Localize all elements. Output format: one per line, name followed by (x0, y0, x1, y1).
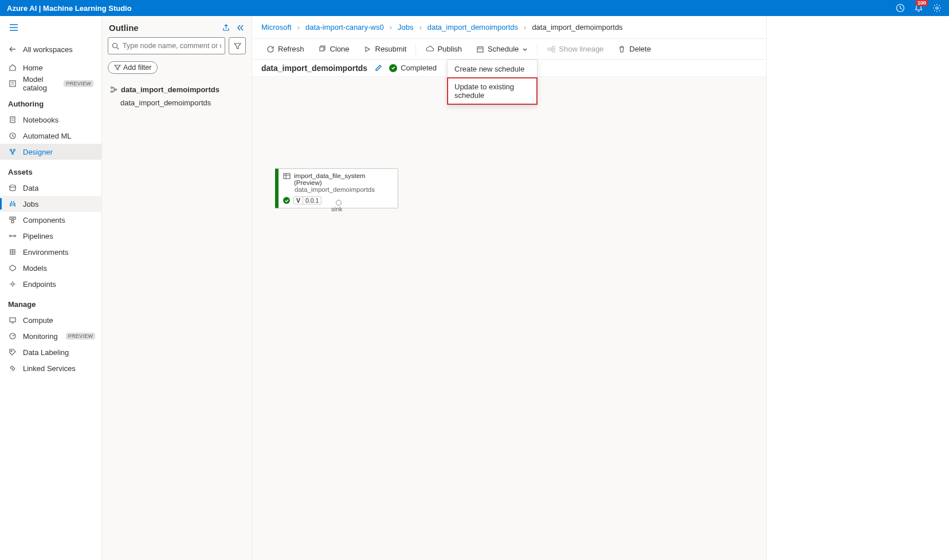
section-manage: Manage (0, 292, 101, 312)
sidebar-item-label: Endpoints (23, 280, 56, 289)
share-icon[interactable] (222, 23, 230, 32)
trash-icon (617, 45, 626, 53)
tree-child-label: data_import_demoimportds (120, 98, 211, 107)
bell-icon[interactable]: 100 (913, 3, 924, 13)
content: Microsoft › data-import-canary-ws0 › Job… (252, 16, 767, 560)
svg-point-15 (11, 283, 14, 285)
topbar: Azure AI | Machine Learning Studio 100 (0, 0, 949, 16)
svg-point-1 (936, 7, 938, 9)
notification-badge: 100 (915, 0, 928, 6)
sidebar-item-label: Monitoring (23, 332, 58, 341)
notebooks-icon (8, 115, 17, 124)
outline-search-input[interactable] (108, 37, 225, 54)
refresh-button[interactable]: Refresh (259, 39, 311, 60)
delete-button[interactable]: Delete (610, 39, 658, 60)
update-schedule-item[interactable]: Update to existing schedule (448, 78, 537, 104)
chevron-right-icon: › (390, 23, 392, 31)
sidebar-item-notebooks[interactable]: Notebooks (0, 112, 101, 128)
bc-job[interactable]: data_import_demoimportds (428, 23, 518, 31)
calendar-icon (476, 45, 484, 53)
chevron-down-icon (522, 46, 528, 52)
resubmit-label: Resubmit (375, 45, 407, 53)
svg-rect-16 (10, 318, 15, 322)
sidebar-item-monitoring[interactable]: Monitoring PREVIEW (0, 328, 101, 344)
svg-rect-9 (10, 217, 12, 219)
sidebar-item-label: Pipelines (23, 232, 53, 240)
svg-point-6 (14, 149, 15, 151)
svg-point-5 (10, 149, 12, 151)
svg-rect-11 (11, 220, 14, 223)
create-schedule-item[interactable]: Create new schedule (448, 60, 537, 78)
tree-root-label: data_import_demoimportds (121, 85, 219, 94)
catalog-icon (8, 79, 17, 88)
sidebar-item-pipelines[interactable]: Pipelines (0, 228, 101, 244)
sidebar-item-compute[interactable]: Compute (0, 312, 101, 328)
sidebar-item-data[interactable]: Data (0, 180, 101, 196)
show-lineage-label: Show lineage (559, 45, 603, 53)
schedule-label: Schedule (488, 45, 519, 53)
sidebar-item-label: Linked Services (23, 364, 76, 373)
all-workspaces-link[interactable]: All workspaces (0, 39, 101, 60)
sidebar-item-model-catalog[interactable]: Model catalog PREVIEW (0, 76, 101, 92)
sidebar-item-jobs[interactable]: Jobs (0, 196, 101, 212)
status-pill: Completed (389, 64, 437, 72)
chevron-right-icon: › (297, 23, 300, 31)
compute-icon (8, 316, 17, 325)
data-icon (8, 183, 17, 192)
output-port[interactable] (336, 200, 342, 206)
outline-search-field[interactable] (123, 42, 221, 50)
sidebar-item-label: Notebooks (23, 116, 58, 124)
sidebar-item-home[interactable]: Home (0, 60, 101, 76)
schedule-dropdown: Create new schedule Update to existing s… (447, 60, 538, 105)
sidebar-item-environments[interactable]: Environments (0, 244, 101, 260)
models-icon (8, 263, 17, 273)
monitoring-icon (8, 332, 17, 341)
svg-rect-25 (548, 48, 550, 50)
clone-button[interactable]: Clone (311, 39, 356, 60)
tree-child[interactable]: data_import_demoimportds (104, 96, 249, 109)
resubmit-button[interactable]: Resubmit (356, 39, 414, 60)
tree-root[interactable]: data_import_demoimportds (104, 83, 249, 96)
publish-label: Publish (437, 45, 462, 53)
svg-rect-10 (13, 217, 15, 219)
components-icon (8, 215, 17, 224)
bc-current: data_import_demoimportds (532, 23, 622, 31)
publish-button[interactable]: Publish (418, 39, 469, 60)
table-icon (283, 172, 291, 180)
sidebar-item-endpoints[interactable]: Endpoints (0, 276, 101, 292)
sidebar-item-models[interactable]: Models (0, 260, 101, 276)
hamburger-icon[interactable] (7, 21, 21, 34)
bc-workspace[interactable]: data-import-canary-ws0 (305, 23, 384, 31)
jobs-icon (8, 199, 17, 208)
sidebar-item-linked-services[interactable]: Linked Services (0, 360, 101, 376)
sidebar-item-automl[interactable]: Automated ML (0, 128, 101, 144)
add-filter-button[interactable]: Add filter (108, 61, 158, 74)
separator (537, 44, 538, 55)
clock-icon[interactable] (895, 3, 905, 13)
outline-tree: data_import_demoimportds data_import_dem… (102, 78, 252, 114)
link-icon (8, 364, 17, 373)
bc-jobs[interactable]: Jobs (398, 23, 413, 31)
canvas[interactable]: import_data_file_system (Preview) data_i… (252, 77, 766, 560)
main: All workspaces Home Model catalog PREVIE… (0, 16, 949, 560)
filter-icon[interactable] (229, 37, 246, 54)
toolbar: Refresh Clone Resubmit Publish Sche (252, 39, 766, 60)
collapse-icon[interactable] (236, 23, 245, 32)
chevron-right-icon: › (524, 23, 526, 31)
designer-icon (8, 147, 17, 156)
svg-rect-24 (477, 47, 483, 52)
gear-icon[interactable] (932, 3, 942, 13)
sidebar-item-designer[interactable]: Designer (0, 144, 101, 160)
sidebar-item-data-labeling[interactable]: Data Labeling (0, 344, 101, 360)
svg-rect-3 (10, 117, 15, 123)
svg-rect-28 (284, 173, 290, 179)
bc-microsoft[interactable]: Microsoft (261, 23, 292, 31)
svg-point-21 (111, 91, 113, 93)
play-icon (363, 45, 372, 53)
refresh-icon (266, 45, 274, 53)
sidebar-item-components[interactable]: Components (0, 212, 101, 228)
topbar-right: 100 (895, 3, 942, 13)
schedule-button[interactable]: Schedule (469, 39, 535, 60)
sidebar-item-label: Data (23, 184, 38, 192)
edit-icon[interactable] (374, 64, 382, 72)
